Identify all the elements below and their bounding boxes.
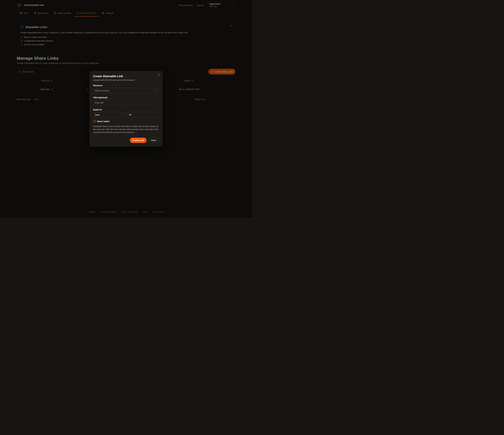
resource-label: Resource xyxy=(93,84,159,87)
create-shareable-link-modal: Create Shareable Link Anyone with this l… xyxy=(90,71,162,146)
chevrons-up-down-icon xyxy=(155,89,157,91)
create-link-button[interactable]: Create Link xyxy=(130,138,147,143)
title-label: Title (optional) xyxy=(93,96,159,98)
chevron-down-icon xyxy=(121,114,123,116)
expire-unit-select[interactable]: Days xyxy=(93,112,125,117)
expiration-help-text: Expiration time is how long the link wil… xyxy=(93,125,159,134)
expire-value-input[interactable] xyxy=(129,114,157,116)
modal-title: Create Shareable Link xyxy=(93,74,159,78)
title-input[interactable] xyxy=(95,101,157,104)
modal-subtitle: Anyone with this link can access the res… xyxy=(93,79,159,81)
resource-select[interactable]: Select resource xyxy=(93,88,159,93)
never-expire-option[interactable]: Never expire xyxy=(93,120,159,123)
modal-close-icon[interactable] xyxy=(158,73,160,76)
modal-close-button[interactable]: Close xyxy=(148,138,159,143)
expire-in-label: Expire In xyxy=(93,108,159,111)
radio-icon[interactable] xyxy=(93,120,96,123)
